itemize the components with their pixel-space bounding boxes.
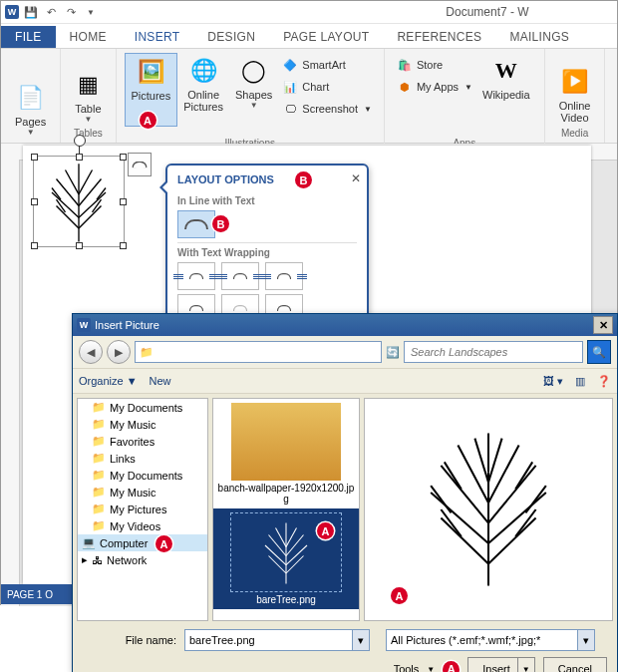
rotate-handle[interactable] [74,135,86,147]
svg-line-1 [57,206,80,229]
nav-item-network[interactable]: ▸🖧Network [78,551,207,568]
inserted-picture[interactable] [33,156,125,247]
resize-handle[interactable] [76,154,83,161]
file-name-combo[interactable]: bareTree.png▾ [184,629,370,651]
tab-insert[interactable]: INSERT [121,26,194,48]
svg-line-7 [66,170,80,194]
resize-handle[interactable] [31,154,38,161]
layout-options-button[interactable] [128,153,152,176]
search-go-button[interactable]: 🔍 [587,340,611,364]
address-bar[interactable]: 📁 [135,341,382,363]
preview-toggle[interactable]: ▥ [575,375,585,388]
view-button[interactable]: 🖼 ▾ [543,375,563,388]
customize-qat-icon[interactable]: ▼ [83,4,99,20]
svg-line-17 [265,545,286,565]
group-pages: 📄 Pages ▼ [1,49,61,143]
table-button[interactable]: ▦ Table ▼ [69,67,107,126]
back-button[interactable]: ◀ [79,340,103,364]
svg-line-20 [286,535,304,556]
svg-line-31 [458,445,488,503]
ribbon-tabs: FILE HOME INSERT DESIGN PAGE LAYOUT REFE… [1,24,617,48]
online-pictures-button[interactable]: 🌐 Online Pictures [177,53,229,127]
pictures-button[interactable]: 🖼️ Pictures A [125,53,178,127]
folder-icon: 📁 [92,452,106,465]
resize-handle[interactable] [76,242,83,249]
my-apps-button[interactable]: ⬢My Apps▼ [397,77,472,97]
ruler-vertical[interactable] [1,160,20,606]
marker-a: A [155,535,172,552]
svg-line-2 [79,206,102,229]
nav-item-favorites[interactable]: 📁Favorites [78,433,207,450]
forward-button[interactable]: ▶ [107,340,131,364]
file-item-1[interactable]: banch-wallpaper-1920x1200.jpg [213,399,359,508]
nav-item-my-music[interactable]: 📁My Music [78,416,207,433]
resize-handle[interactable] [120,154,127,161]
wrap-through-option[interactable] [265,262,303,290]
nav-item-my-videos[interactable]: 📁My Videos [78,517,207,534]
folder-tree[interactable]: 📁My Documents 📁My Music 📁Favorites 📁Link… [77,398,208,621]
undo-icon[interactable]: ↶ [43,4,59,20]
group-tables: ▦ Table ▼ Tables [61,49,116,143]
cancel-button[interactable]: Cancel [543,657,607,672]
help-icon[interactable]: ❓ [597,375,611,388]
pages-icon: 📄 [17,82,44,114]
tab-design[interactable]: DESIGN [193,26,269,48]
new-folder-button[interactable]: New [150,375,171,387]
tab-home[interactable]: HOME [56,26,121,48]
nav-item-my-documents[interactable]: 📁My Documents [78,399,207,416]
smartart-icon: 🔷 [282,57,298,73]
store-button[interactable]: 🛍️Store [397,55,472,75]
tab-page-layout[interactable]: PAGE LAYOUT [269,26,383,48]
insert-button[interactable]: Insert▼ [467,657,535,672]
layout-inline-option[interactable]: B [177,210,215,238]
resize-handle[interactable] [120,198,127,205]
file-filter-combo[interactable]: All Pictures (*.emf;*.wmf;*.jpg;*▾ [386,629,595,651]
resize-handle[interactable] [31,198,38,205]
redo-icon[interactable]: ↷ [63,4,79,20]
wikipedia-button[interactable]: W Wikipedia [476,53,536,103]
organize-button[interactable]: Organize ▼ [79,375,138,387]
online-video-icon: ▶️ [561,66,588,98]
close-icon[interactable]: ✕ [351,171,361,185]
tools-button[interactable]: Tools [394,663,420,672]
resize-handle[interactable] [31,242,38,249]
svg-line-36 [441,509,461,536]
group-apps: 🛍️Store ⬢My Apps▼ W Wikipedia Apps [385,49,545,151]
file-list[interactable]: banch-wallpaper-1920x1200.jpg bareTree.p… [212,398,360,621]
wrap-tight-option[interactable] [221,262,259,290]
svg-line-25 [441,518,488,564]
dialog-titlebar[interactable]: W Insert Picture ✕ [73,314,617,336]
shapes-button[interactable]: ◯ Shapes ▼ [229,53,278,127]
nav-item-my-pictures[interactable]: 📁My Pictures [78,501,207,517]
nav-item-my-documents-2[interactable]: 📁My Documents [78,467,207,484]
tab-file[interactable]: FILE [1,26,56,48]
save-icon[interactable]: 💾 [23,4,39,20]
pages-button[interactable]: 📄 Pages ▼ [9,80,52,139]
dialog-body: 📁My Documents 📁My Music 📁Favorites 📁Link… [73,394,617,625]
svg-line-16 [286,556,304,574]
search-box[interactable] [404,341,583,363]
marker-a: A [391,587,408,604]
chart-button[interactable]: 📊Chart [282,77,372,97]
tab-mailings[interactable]: MAILINGS [495,26,583,48]
folder-icon: 📁 [92,418,106,431]
online-video-button[interactable]: ▶️ Online Video [553,64,597,126]
nav-item-links[interactable]: 📁Links [78,450,207,467]
refresh-icon[interactable]: 🔄 [386,346,400,359]
file-item-2[interactable]: bareTree.png A [213,508,359,609]
nav-item-my-music-2[interactable]: 📁My Music [78,484,207,501]
screenshot-button[interactable]: 🖵Screenshot▼ [282,99,372,119]
close-icon[interactable]: ✕ [593,316,613,334]
search-input[interactable] [409,345,578,359]
wikipedia-icon: W [495,55,517,87]
svg-line-21 [276,528,287,547]
folder-icon: 📁 [140,346,154,359]
wrap-square-option[interactable] [177,262,215,290]
tab-references[interactable]: REFERENCES [383,26,495,48]
resize-handle[interactable] [120,242,127,249]
svg-line-34 [488,439,502,483]
smartart-button[interactable]: 🔷SmartArt [282,55,372,75]
svg-line-18 [286,545,307,565]
svg-line-15 [269,556,287,574]
nav-item-computer[interactable]: 💻Computer A [78,534,207,551]
